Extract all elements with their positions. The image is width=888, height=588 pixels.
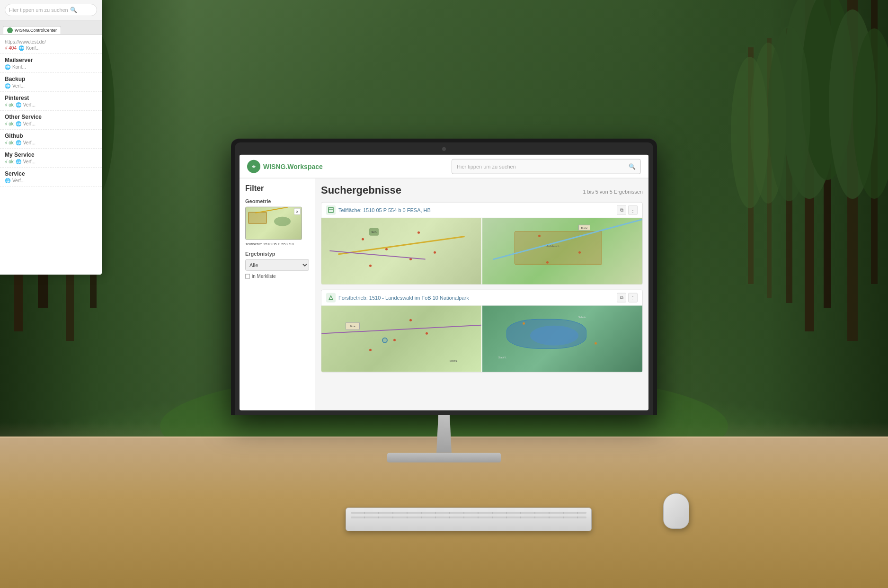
result-maps-row-1: Sch. B 172 Auf de <box>321 218 642 285</box>
status-ok-github: √ ok <box>5 140 14 145</box>
merkliste-checkbox[interactable] <box>245 274 250 278</box>
map-thumb-label: Teilfläche: 1510 05 P 553 c 0 <box>245 242 309 246</box>
monitor-bezel: WISNG.Workspace Hier tippen um zu suchen… <box>235 143 653 415</box>
service-name-mailserver: Mailserver <box>5 57 97 63</box>
service-list: https://www.test.de/ √ 404 🌐 Konf... Mai… <box>0 35 102 188</box>
browser-search-box[interactable]: Hier tippen um zu suchen 🔍 <box>5 4 97 16</box>
svg-rect-24 <box>329 208 333 213</box>
wisng-header: WISNG.Workspace Hier tippen um zu suchen… <box>240 155 648 178</box>
service-name-pinterest: Pinterest <box>5 95 97 101</box>
results-count: 1 bis 5 von 5 Ergebnissen <box>583 189 643 195</box>
globe-icon-github: 🌐 <box>16 140 21 145</box>
results-title: Suchergebnisse <box>321 184 401 196</box>
verf-text-github: Verf... <box>23 140 36 145</box>
service-item-mailserver: Mailserver 🌐 Konf... <box>0 54 102 73</box>
monitor-base <box>387 453 501 463</box>
browser-top-bar: Hier tippen um zu suchen 🔍 <box>0 0 102 20</box>
verf-text-my-service: Verf... <box>23 159 36 164</box>
wisng-logo-text: WISNG.Workspace <box>263 162 323 170</box>
card-action-copy-1[interactable]: ⧉ <box>617 205 626 215</box>
wisng-logo: WISNG.Workspace <box>247 160 323 173</box>
service-item-service: Service 🌐 Verf... <box>0 168 102 187</box>
service-item-my-service: My Service √ ok 🌐 Verf... <box>0 149 102 168</box>
ergebnistyp-label: Ergebnistyp <box>245 251 309 257</box>
browser-overlay: Hier tippen um zu suchen 🔍 WISNG.Control… <box>0 0 102 275</box>
verf-text-other: Verf... <box>23 121 36 126</box>
wisng-sidebar: Filter Geometrie × Teilfläche: 1510 05 P <box>240 178 315 410</box>
service-status-row-backup: 🌐 Verf... <box>5 83 97 89</box>
wisng-main: Suchergebnisse 1 bis 5 von 5 Ergebnissen <box>315 178 648 410</box>
result-card-header-1: Teilfläche: 1510 05 P 554 b 0 FESA, HB ⧉… <box>321 203 642 218</box>
map-thumb-close-button[interactable]: × <box>294 208 301 215</box>
result-card-header-2: Forstbetrieb: 1510 - Landeswald im FoB 1… <box>321 290 642 306</box>
service-status-row-other: √ ok 🌐 Verf... <box>5 121 97 126</box>
monitor-container: WISNG.Workspace Hier tippen um zu suchen… <box>231 139 657 463</box>
result-maps-row-2: Pirna Sebnitz <box>321 306 642 372</box>
verf-text-pinterest: Verf... <box>23 102 36 107</box>
browser-tab-active[interactable]: WISNG.ControlCenter <box>3 26 61 34</box>
merkliste-label: in Merkliste <box>252 274 276 279</box>
result-card-2: Forstbetrieb: 1510 - Landeswald im FoB 1… <box>321 290 643 373</box>
result-map-2a[interactable]: Pirna Sebnitz <box>321 306 481 372</box>
filter-title: Filter <box>245 184 309 193</box>
wisng-search-icon: 🔍 <box>629 163 636 169</box>
card-action-menu-1[interactable]: ⋮ <box>628 205 638 215</box>
card-action-menu-2[interactable]: ⋮ <box>628 293 638 303</box>
verf-text-service: Verf... <box>12 178 25 183</box>
result-map-2b[interactable]: Sebnitz Stadt V. <box>482 306 642 372</box>
tab-label: WISNG.ControlCenter <box>15 28 57 33</box>
monitor-camera <box>442 147 446 151</box>
service-url-text: https://www.test.de/ <box>5 39 97 45</box>
result-card-icon-2 <box>326 293 336 303</box>
globe-icon-backup: 🌐 <box>5 83 10 89</box>
globe-icon-url: 🌐 <box>18 45 24 51</box>
result-card-actions-2: ⧉ ⋮ <box>617 293 638 303</box>
service-item-backup: Backup 🌐 Verf... <box>0 73 102 92</box>
service-status-row-service: 🌐 Verf... <box>5 178 97 183</box>
browser-search-text: Hier tippen um zu suchen <box>9 7 68 13</box>
status-404: √ 404 <box>5 45 17 51</box>
monitor-screen-wrapper: WISNG.Workspace Hier tippen um zu suchen… <box>231 139 657 415</box>
wisng-search-input[interactable]: Hier tippen um zu suchen 🔍 <box>452 159 641 174</box>
service-name-other-service: Other Service <box>5 114 97 120</box>
result-card-actions-1: ⧉ ⋮ <box>617 205 638 215</box>
tab-favicon <box>7 27 13 33</box>
result-map-1b[interactable]: B 172 Auf dem L. <box>482 218 642 285</box>
service-name-github: Github <box>5 133 97 139</box>
results-header: Suchergebnisse 1 bis 5 von 5 Ergebnissen <box>321 184 643 196</box>
service-status-row-pinterest: √ ok 🌐 Verf... <box>5 102 97 107</box>
merkliste-filter-row: in Merkliste <box>245 274 309 279</box>
result-map-1a[interactable]: Sch. <box>321 218 481 285</box>
service-item-github: Github √ ok 🌐 Verf... <box>0 130 102 149</box>
card-action-copy-2[interactable]: ⧉ <box>617 293 626 303</box>
globe-icon-service: 🌐 <box>5 178 10 183</box>
tab-bar: WISNG.ControlCenter <box>0 20 102 35</box>
geometry-label: Geometrie <box>245 198 309 204</box>
service-name-service: Service <box>5 170 97 177</box>
globe-icon-pinterest: 🌐 <box>16 102 21 107</box>
mouse <box>663 493 689 529</box>
status-ok-other: √ ok <box>5 121 14 126</box>
wisng-logo-icon <box>247 160 260 173</box>
keyboard <box>346 508 592 531</box>
globe-icon-mailserver: 🌐 <box>5 64 10 70</box>
service-status-row-my-service: √ ok 🌐 Verf... <box>5 159 97 164</box>
wisng-content: Filter Geometrie × Teilfläche: 1510 05 P <box>240 178 648 410</box>
service-name-my-service: My Service <box>5 151 97 158</box>
verf-text-backup: Verf... <box>12 83 25 89</box>
verf-text-url: Konf... <box>26 45 40 51</box>
map-thumbnail: × <box>245 207 302 240</box>
ergebnistyp-select[interactable]: Alle <box>245 259 309 271</box>
globe-icon-other: 🌐 <box>16 121 21 126</box>
service-status-row-mailserver: 🌐 Konf... <box>5 64 97 70</box>
monitor-screen: WISNG.Workspace Hier tippen um zu suchen… <box>240 155 648 410</box>
service-status-row-url: √ 404 🌐 Konf... <box>5 45 97 51</box>
verf-text-mailserver: Konf... <box>12 64 26 70</box>
status-ok-pinterest: √ ok <box>5 102 14 107</box>
service-item-url: https://www.test.de/ √ 404 🌐 Konf... <box>0 36 102 54</box>
service-name-backup: Backup <box>5 76 97 82</box>
monitor-neck <box>425 415 463 453</box>
service-item-pinterest: Pinterest √ ok 🌐 Verf... <box>0 92 102 111</box>
service-status-row-github: √ ok 🌐 Verf... <box>5 140 97 145</box>
wisng-app: WISNG.Workspace Hier tippen um zu suchen… <box>240 155 648 410</box>
